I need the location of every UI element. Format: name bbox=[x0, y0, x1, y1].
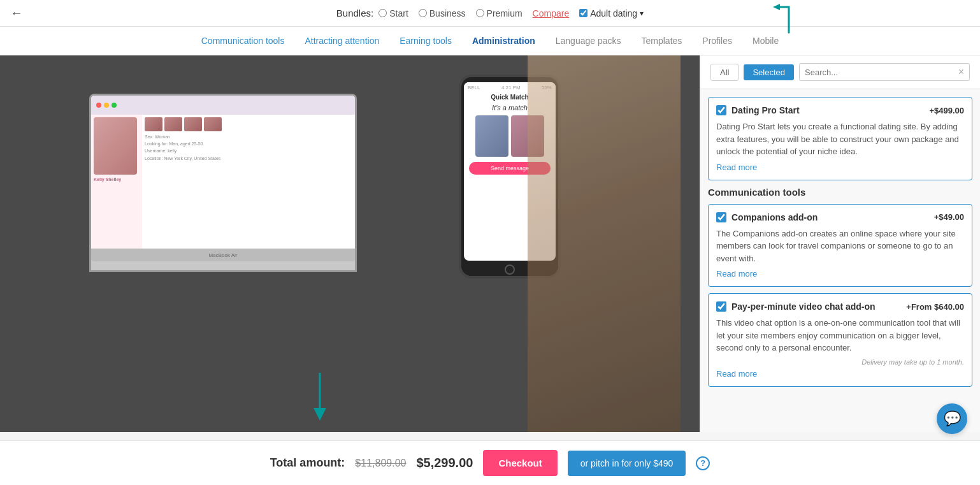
card-companions-title: Companions add-on bbox=[731, 212, 818, 222]
card-companions-checkbox[interactable] bbox=[716, 212, 726, 222]
laptop-screen-content: Kelly Shelley Sex: Woman Look bbox=[91, 115, 355, 249]
laptop-profile-image bbox=[94, 117, 137, 175]
laptop-thumb-3 bbox=[184, 117, 202, 131]
bundle-compare[interactable]: Compare bbox=[533, 8, 570, 18]
nav-templates[interactable]: Templates bbox=[642, 36, 682, 46]
phone-home-button[interactable] bbox=[505, 264, 515, 275]
dot-green bbox=[112, 103, 117, 108]
card-companions-price: +$49.00 bbox=[934, 212, 964, 222]
card-companions-header: Companions add-on +$49.00 bbox=[716, 212, 964, 222]
laptop-thumb-2 bbox=[164, 117, 182, 131]
bundle-start-label: Start bbox=[389, 8, 408, 18]
card-dating-pro-start-header: Dating Pro Start +$499.00 bbox=[716, 105, 964, 115]
section-communication-tools: Communication tools bbox=[708, 187, 972, 198]
selected-button[interactable]: Selected bbox=[744, 64, 794, 80]
card-video-chat-desc: This video chat option is a one-on-one c… bbox=[716, 317, 964, 354]
bundle-options: Start Business Premium Compare Adult dat… bbox=[378, 8, 644, 18]
nav-language-packs[interactable]: Language packs bbox=[556, 36, 621, 46]
laptop-screen: Kelly Shelley Sex: Woman Look bbox=[91, 96, 355, 249]
nav-mobile[interactable]: Mobile bbox=[753, 36, 779, 46]
close-icon[interactable]: × bbox=[958, 66, 964, 78]
dropdown-arrow-icon[interactable]: ▾ bbox=[640, 9, 644, 18]
card-companions-desc: The Companions add-on creates an online … bbox=[716, 228, 964, 265]
phone-avatar-male bbox=[475, 115, 508, 157]
couple-image bbox=[528, 55, 681, 432]
card-video-chat-price: +From $640.00 bbox=[906, 302, 964, 312]
second-nav: Communication tools Attracting attention… bbox=[0, 27, 980, 55]
nav-communication-tools[interactable]: Communication tools bbox=[201, 36, 285, 46]
card-video-chat: Pay-per-minute video chat add-on +From $… bbox=[708, 293, 972, 387]
bundle-premium-label: Premium bbox=[487, 8, 522, 18]
laptop-profile-name: Kelly Shelley bbox=[94, 177, 140, 182]
laptop-thumb-4 bbox=[204, 117, 222, 131]
laptop-device: Kelly Shelley Sex: Woman Look bbox=[89, 94, 357, 272]
search-box: × bbox=[799, 63, 970, 81]
main-layout: Kelly Shelley Sex: Woman Look bbox=[0, 55, 980, 432]
laptop-thumb-row-1 bbox=[145, 117, 352, 131]
card-dating-pro-start-price: +$499.00 bbox=[929, 106, 964, 115]
panel-scrollable: Dating Pro Start +$499.00 Dating Pro Sta… bbox=[700, 89, 980, 432]
card-dating-pro-start-checkbox[interactable] bbox=[716, 105, 726, 115]
nav-attracting-attention[interactable]: Attracting attention bbox=[305, 36, 379, 46]
card-companions-title-area: Companions add-on bbox=[716, 212, 818, 222]
all-button[interactable]: All bbox=[710, 64, 739, 81]
nav-profiles[interactable]: Profiles bbox=[702, 36, 732, 46]
laptop-model-label: MacBook Air bbox=[209, 252, 238, 258]
card-video-chat-title-area: Pay-per-minute video chat add-on bbox=[716, 301, 876, 312]
laptop-main-content: Sex: Woman Looking for: Man, aged 25-50 … bbox=[142, 115, 355, 249]
laptop-profile-details: Sex: Woman Looking for: Man, aged 25-50 … bbox=[145, 133, 352, 162]
card-title-area: Dating Pro Start bbox=[716, 105, 800, 115]
laptop-base: MacBook Air bbox=[91, 249, 355, 261]
laptop-screen-header bbox=[91, 96, 355, 115]
bundle-premium[interactable]: Premium bbox=[476, 8, 522, 18]
bundle-adult-dating-label: Adult dating bbox=[590, 8, 637, 18]
card-video-chat-delivery: Delivery may take up to 1 month. bbox=[716, 358, 964, 366]
bundle-adult-dating[interactable]: Adult dating ▾ bbox=[579, 8, 644, 18]
card-companions-addon: Companions add-on +$49.00 The Companions… bbox=[708, 204, 972, 287]
card-dating-pro-start-desc: Dating Pro Start lets you create a funct… bbox=[716, 120, 964, 158]
card-companions-readmore[interactable]: Read more bbox=[716, 269, 757, 279]
phone-time: 4:21 PM bbox=[501, 85, 521, 90]
card-video-chat-checkbox[interactable] bbox=[716, 301, 726, 312]
bundles-label: Bundles: bbox=[336, 8, 373, 18]
nav-earning-tools[interactable]: Earning tools bbox=[400, 36, 452, 46]
card-dating-pro-start-title: Dating Pro Start bbox=[731, 105, 800, 115]
bundle-business[interactable]: Business bbox=[419, 8, 466, 18]
dot-yellow bbox=[104, 103, 109, 108]
card-video-chat-title: Pay-per-minute video chat add-on bbox=[731, 301, 876, 312]
phone-signal: BELL bbox=[468, 85, 480, 90]
bundle-start[interactable]: Start bbox=[378, 8, 408, 18]
right-panel: All Selected × Dating Pro Start +$499.00… bbox=[700, 55, 980, 432]
chat-bubble[interactable]: 💬 bbox=[937, 403, 967, 432]
back-button[interactable]: ← bbox=[10, 6, 23, 20]
card-dating-pro-start: Dating Pro Start +$499.00 Dating Pro Sta… bbox=[708, 97, 972, 180]
search-input[interactable] bbox=[805, 68, 958, 77]
laptop-sidebar: Kelly Shelley bbox=[91, 115, 142, 249]
svg-marker-0 bbox=[773, 4, 780, 10]
card-video-chat-readmore[interactable]: Read more bbox=[716, 369, 757, 379]
card-dating-pro-start-readmore[interactable]: Read more bbox=[716, 163, 757, 172]
bundle-business-label: Business bbox=[429, 8, 466, 18]
left-area: Kelly Shelley Sex: Woman Look bbox=[0, 55, 700, 432]
right-panel-header: All Selected × bbox=[700, 55, 980, 89]
teal-arrow-bottom bbox=[301, 373, 339, 426]
card-video-chat-header: Pay-per-minute video chat add-on +From $… bbox=[716, 301, 964, 312]
laptop-thumb-1 bbox=[145, 117, 162, 131]
dot-red bbox=[96, 103, 101, 108]
nav-administration[interactable]: Administration bbox=[472, 36, 535, 46]
svg-marker-1 bbox=[313, 408, 326, 421]
top-nav: ← Bundles: Start Business Premium Compar… bbox=[0, 0, 980, 27]
